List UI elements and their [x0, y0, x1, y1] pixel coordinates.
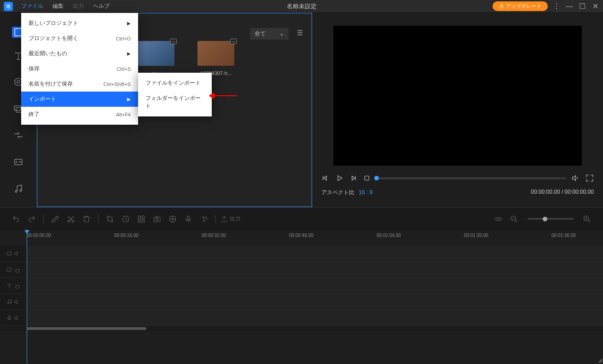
close-icon[interactable]: ✕: [591, 2, 599, 11]
audio-track[interactable]: [0, 294, 603, 310]
zoom-in-button[interactable]: [580, 212, 594, 226]
redo-button[interactable]: [25, 212, 39, 226]
track-header[interactable]: [0, 246, 27, 261]
minimize-icon[interactable]: —: [565, 2, 574, 11]
mosaic-button[interactable]: [134, 212, 148, 226]
list-view-icon[interactable]: [295, 29, 303, 39]
video-track[interactable]: [0, 246, 603, 262]
upgrade-label: アップグレード: [506, 3, 541, 10]
snapshot-button[interactable]: [150, 212, 164, 226]
voice-button[interactable]: [181, 212, 195, 226]
media-thumbnail: ⊞: [138, 41, 174, 66]
submenu-import-file[interactable]: ファイルをインポート: [138, 75, 212, 91]
prev-frame-button[interactable]: [321, 174, 330, 182]
media-item[interactable]: ⊞ n...: [133, 41, 179, 76]
freeze-button[interactable]: [166, 212, 180, 226]
svg-rect-26: [142, 220, 145, 222]
svg-point-8: [20, 162, 21, 162]
video-track-2[interactable]: [0, 262, 603, 278]
svg-point-3: [17, 81, 20, 83]
svg-rect-30: [187, 216, 190, 220]
ruler-tick: 00:00:16.00: [114, 233, 139, 238]
timeline-toolbar: 出力: [0, 207, 603, 230]
menu-import[interactable]: インポート▶: [21, 92, 138, 107]
zoom-out-button[interactable]: [507, 212, 521, 226]
svg-rect-23: [138, 216, 140, 218]
menu-save[interactable]: 保存Ctrl+S: [21, 61, 138, 76]
track-header[interactable]: [0, 294, 27, 310]
svg-point-7: [16, 162, 17, 162]
undo-button[interactable]: [9, 212, 23, 226]
aspect-label: アスペクト比: [321, 189, 354, 196]
filter-label: 全て: [255, 30, 266, 38]
ruler-tick: 00:01:20.00: [464, 233, 488, 238]
menu-open-project[interactable]: プロジェクトを開くCtrl+O: [21, 31, 138, 46]
sidebar-audio-icon[interactable]: [9, 179, 28, 198]
track-header[interactable]: [0, 310, 27, 326]
zoom-slider[interactable]: [528, 218, 574, 220]
sidebar-element-icon[interactable]: [9, 153, 28, 171]
maximize-icon[interactable]: ☐: [578, 2, 586, 11]
volume-icon[interactable]: [572, 174, 580, 182]
media-item[interactable]: ⊞ 19884307-h...: [193, 41, 239, 76]
resize-grip-icon[interactable]: ◢: [598, 357, 602, 363]
svg-rect-27: [154, 217, 160, 222]
sidebar-transition-icon[interactable]: [9, 126, 28, 144]
scrollbar-thumb[interactable]: [27, 327, 146, 330]
menu-exit[interactable]: 終了Alt+F4: [21, 107, 138, 122]
preview-screen[interactable]: [333, 26, 582, 166]
track-header[interactable]: [0, 262, 27, 277]
svg-rect-36: [16, 269, 19, 272]
fullscreen-icon[interactable]: [586, 174, 594, 182]
delete-button[interactable]: [80, 212, 93, 226]
svg-point-39: [10, 302, 11, 303]
import-submenu: ファイルをインポート フォルダーをインポート: [138, 73, 212, 116]
tts-button[interactable]: [197, 212, 211, 226]
menu-help[interactable]: ヘルプ: [88, 0, 114, 12]
submenu-import-folder[interactable]: フォルダーをインポート: [138, 91, 212, 114]
menu-file[interactable]: ファイル: [17, 0, 48, 12]
menu-recent[interactable]: 最近開いたもの▶: [21, 46, 138, 61]
speed-button[interactable]: [119, 212, 133, 226]
time-display: 00:00:00.00 / 00:00:00.00: [531, 189, 594, 196]
export-button[interactable]: 出力: [220, 215, 241, 223]
ruler-tick: 00:00:00.00: [27, 233, 51, 238]
menu-save-as[interactable]: 名前を付けて保存Ctrl+Shift+S: [21, 76, 138, 92]
text-track[interactable]: [0, 278, 603, 294]
timeline-ruler[interactable]: 00:00:00.00 00:00:16.00 00:00:32.00 00:0…: [0, 230, 603, 246]
next-frame-button[interactable]: [349, 174, 357, 182]
svg-rect-34: [7, 252, 11, 255]
clip-badge-icon: ⊞: [230, 39, 237, 44]
aspect-value[interactable]: 16 : 9: [359, 189, 372, 196]
svg-rect-19: [365, 176, 369, 180]
upgrade-button[interactable]: アップグレード: [493, 1, 548, 11]
track-header[interactable]: [0, 278, 27, 294]
cut-button[interactable]: [64, 212, 78, 226]
svg-point-10: [20, 190, 22, 191]
annotation-arrow-icon: [209, 92, 237, 99]
export-label: 出力: [230, 215, 241, 223]
zoom-fit-button[interactable]: [492, 212, 505, 226]
horizontal-scrollbar[interactable]: [0, 326, 603, 331]
playhead[interactable]: [27, 230, 27, 364]
media-thumbnail: ⊞: [197, 41, 234, 66]
timeline-tracks: [0, 246, 603, 326]
menu-edit[interactable]: 編集: [48, 0, 68, 12]
media-filter-dropdown[interactable]: 全て ⌄: [250, 28, 289, 40]
svg-rect-40: [8, 316, 10, 319]
ruler-tick: 00:00:32.00: [202, 233, 226, 238]
svg-point-9: [15, 191, 17, 192]
edit-button[interactable]: [48, 212, 62, 226]
app-logo-icon: i||: [4, 2, 13, 11]
stop-button[interactable]: [363, 174, 371, 182]
voice-track[interactable]: [0, 310, 603, 326]
svg-rect-25: [138, 220, 140, 222]
titlebar: i|| ファイル 編集 出力 ヘルプ 名称未設定 アップグレード ⋮ — ☐ ✕: [0, 0, 603, 13]
playback-slider[interactable]: [377, 178, 566, 179]
play-button[interactable]: [335, 174, 343, 182]
menu-output[interactable]: 出力: [68, 0, 88, 12]
menu-new-project[interactable]: 新しいプロジェクト▶: [21, 16, 138, 31]
svg-point-38: [7, 303, 8, 304]
crop-button[interactable]: [103, 212, 117, 226]
more-icon[interactable]: ⋮: [552, 2, 561, 11]
